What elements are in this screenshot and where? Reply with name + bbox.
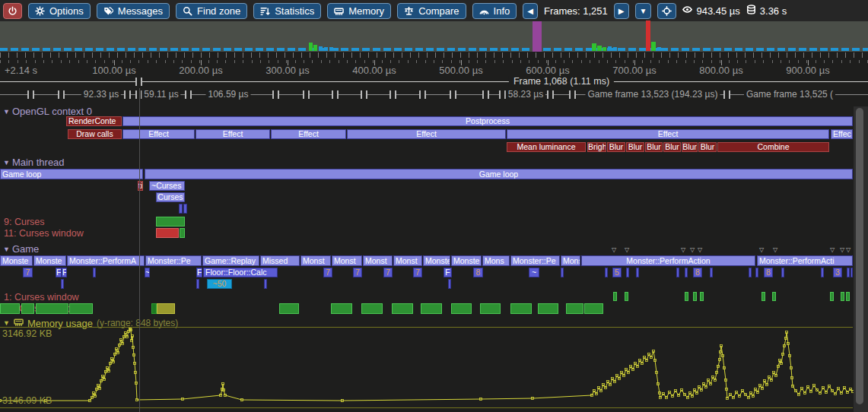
zone-bar[interactable]: Game::Replay xyxy=(202,255,259,266)
frames-next-button[interactable]: ▶ xyxy=(614,3,629,19)
message-marker-icon[interactable]: ▽ xyxy=(759,247,764,253)
message-marker-icon[interactable]: ▽ xyxy=(625,247,629,253)
zone-bar[interactable]: Blur xyxy=(663,142,681,152)
vertical-scrollbar[interactable] xyxy=(856,108,863,404)
zone-bar[interactable]: ~ xyxy=(529,268,539,277)
zone-bar[interactable] xyxy=(279,303,299,314)
zone-bar[interactable] xyxy=(156,217,185,227)
toolbar-button-compare[interactable]: Compare xyxy=(397,3,466,19)
frame-histogram-bar[interactable] xyxy=(309,43,313,51)
zone-bar[interactable] xyxy=(605,268,608,277)
zone-bar[interactable]: ~Curses xyxy=(149,181,185,191)
toolbar-button-find-zone[interactable]: Find zone xyxy=(176,3,247,19)
frame-histogram-bar[interactable] xyxy=(592,43,596,51)
zone-bar[interactable] xyxy=(392,303,413,314)
frame-histogram-bar[interactable] xyxy=(646,21,650,51)
message-marker-icon[interactable]: ▽ xyxy=(840,247,844,253)
zone-bar[interactable]: Combine xyxy=(717,142,829,152)
zone-bar[interactable] xyxy=(93,268,96,277)
zone-bar[interactable]: Monster::Pe xyxy=(510,255,560,266)
message-marker-icon[interactable]: ▽ xyxy=(773,247,777,253)
zone-bar[interactable] xyxy=(179,204,183,214)
zone-bar[interactable] xyxy=(69,303,93,314)
toolbar-button-memory[interactable]: Memory xyxy=(327,3,391,19)
zone-bar[interactable] xyxy=(847,268,850,277)
message-marker-icon[interactable]: ▽ xyxy=(698,247,702,253)
zone-bar[interactable] xyxy=(538,303,558,314)
frame-histogram-bar[interactable] xyxy=(657,47,661,51)
goto-frame-button[interactable] xyxy=(657,3,676,19)
zone-bar[interactable]: Mons xyxy=(561,255,580,266)
zone-bar[interactable] xyxy=(710,268,713,277)
zone-bar[interactable] xyxy=(566,303,583,314)
frame-set-dropdown-button[interactable]: ▼ xyxy=(635,3,652,19)
zone-bar[interactable]: Mons xyxy=(482,255,510,266)
zone-bar[interactable]: Blur xyxy=(645,142,663,152)
zone-bar[interactable]: Monst xyxy=(300,255,331,266)
zone-bar[interactable] xyxy=(156,228,179,238)
zone-bar[interactable] xyxy=(781,268,784,277)
frame-markers-row[interactable]: 92.33 µs59.11 µs106.59 µs58.23 µsGame fr… xyxy=(0,88,868,101)
zone-bar[interactable] xyxy=(180,228,185,238)
toolbar-button-info[interactable]: Info xyxy=(472,3,517,19)
frame-histogram-bar[interactable] xyxy=(597,46,602,51)
zone-bar[interactable]: Missed xyxy=(260,255,300,266)
zone-bar[interactable]: 7 xyxy=(413,268,422,277)
zone-bar[interactable]: Monst xyxy=(393,255,422,266)
zone-bar[interactable] xyxy=(451,303,472,314)
zone-bar[interactable]: Postprocess xyxy=(122,116,853,126)
frame-histogram-bar[interactable] xyxy=(608,46,612,51)
zone-bar[interactable]: Blur xyxy=(607,142,625,152)
frame-histogram-bar[interactable] xyxy=(628,48,632,51)
zone-bar[interactable]: 3 xyxy=(833,268,842,277)
frame-histogram-bar[interactable] xyxy=(603,47,606,51)
message-marker-icon[interactable]: ▽ xyxy=(830,247,835,253)
zone-bar[interactable]: F xyxy=(56,268,62,277)
zone-bar[interactable] xyxy=(0,303,20,314)
zone-bar[interactable] xyxy=(755,268,758,277)
zone-bar[interactable]: Draw calls xyxy=(68,129,122,139)
zone-bar[interactable] xyxy=(151,303,157,314)
memory-usage-graph[interactable] xyxy=(0,327,868,412)
zone-bar[interactable] xyxy=(685,292,688,301)
zone-bar[interactable] xyxy=(625,292,628,301)
zone-bar[interactable] xyxy=(685,268,688,277)
zone-bar[interactable]: RenderConte xyxy=(66,116,122,126)
message-marker-icon[interactable]: ▽ xyxy=(681,247,685,253)
frame-histogram-bar[interactable] xyxy=(319,46,323,51)
frame-overview-histogram[interactable] xyxy=(0,21,868,52)
zone-bar[interactable] xyxy=(636,268,639,277)
zone-bar[interactable]: Blur xyxy=(682,142,698,152)
zone-bar[interactable]: Effec xyxy=(831,129,853,139)
zone-bar[interactable]: Effect xyxy=(507,129,829,139)
zone-bar[interactable] xyxy=(510,303,532,314)
frame-histogram-bar[interactable] xyxy=(335,48,339,51)
zone-bar[interactable] xyxy=(851,268,853,277)
zone-bar[interactable] xyxy=(821,268,824,277)
zone-bar[interactable]: 7 xyxy=(23,268,33,277)
zone-bar[interactable]: Blur xyxy=(698,142,717,152)
zone-bar[interactable] xyxy=(36,303,68,314)
zone-bar[interactable] xyxy=(841,292,844,301)
zone-bar[interactable]: Floor::Floor::Calc xyxy=(203,268,278,277)
zone-bar[interactable]: Effect xyxy=(196,129,270,139)
zone-bar[interactable]: Game loop xyxy=(145,169,853,179)
toolbar-button-options[interactable]: Options xyxy=(28,3,91,19)
zone-bar[interactable] xyxy=(448,279,451,289)
zone-bar[interactable]: ~ xyxy=(145,268,150,277)
frame-histogram-bar[interactable] xyxy=(613,47,617,51)
frame-histogram-bar[interactable] xyxy=(324,47,328,51)
zone-bar[interactable]: Brigh xyxy=(587,142,606,152)
time-axis[interactable]: +2.14 s100.00 µs200.00 µs300.00 µs400.00… xyxy=(0,60,868,75)
frame-histogram-bar[interactable] xyxy=(789,48,793,51)
zone-bar[interactable]: Monst xyxy=(332,255,362,266)
thread-header-opengl-context-0[interactable]: ▼OpenGL context 0 xyxy=(3,106,92,117)
zone-bar[interactable] xyxy=(196,279,199,289)
thread-header-main-thread[interactable]: ▼Main thread xyxy=(3,157,65,168)
zone-bar[interactable]: Monster::PerformAction xyxy=(581,255,755,266)
zone-bar[interactable]: Monst xyxy=(363,255,393,266)
toolbar-button-statistics[interactable]: Statistics xyxy=(253,3,321,19)
zone-bar[interactable]: Monste xyxy=(451,255,482,266)
frames-prev-button[interactable]: ◀ xyxy=(523,3,538,19)
message-marker-icon[interactable]: ▽ xyxy=(846,247,851,253)
